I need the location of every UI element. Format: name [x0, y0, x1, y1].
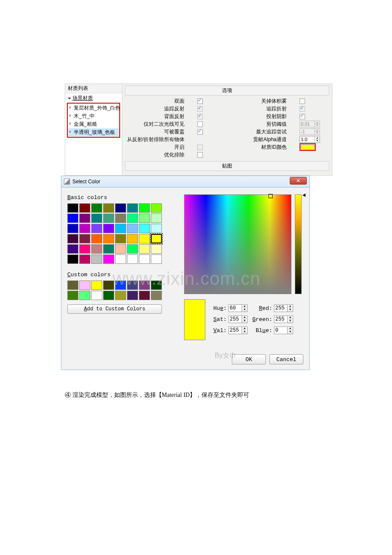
- basic-color-swatch[interactable]: [67, 234, 78, 243]
- basic-color-swatch[interactable]: [67, 244, 78, 254]
- basic-color-swatch[interactable]: [115, 234, 126, 243]
- titlebar[interactable]: Select Color ✕: [61, 176, 310, 188]
- basic-color-swatch[interactable]: [91, 224, 102, 233]
- cancel-button[interactable]: Cancel: [269, 354, 303, 364]
- basic-color-swatch[interactable]: [127, 234, 138, 243]
- basic-color-swatch[interactable]: [151, 254, 162, 264]
- custom-color-swatch[interactable]: [127, 280, 138, 290]
- custom-color-swatch[interactable]: [115, 280, 126, 290]
- basic-color-swatch[interactable]: [91, 203, 102, 213]
- basic-color-swatch[interactable]: [151, 203, 162, 213]
- basic-color-swatch[interactable]: [151, 224, 162, 233]
- custom-color-swatch[interactable]: [67, 280, 78, 290]
- basic-color-swatch[interactable]: [103, 254, 114, 264]
- basic-color-swatch[interactable]: [103, 214, 114, 223]
- basic-color-swatch[interactable]: [79, 254, 90, 264]
- checkbox[interactable]: [197, 121, 203, 127]
- tree-item[interactable]: 复层材质_外饰_白色: [68, 104, 119, 112]
- sat-stepper[interactable]: ▲▼: [242, 315, 248, 323]
- basic-color-swatch[interactable]: [139, 224, 150, 233]
- custom-color-swatch[interactable]: [139, 291, 150, 300]
- basic-color-swatch[interactable]: [127, 214, 138, 223]
- basic-color-swatch[interactable]: [67, 214, 78, 223]
- blue-input[interactable]: [274, 327, 288, 334]
- basic-color-swatch[interactable]: [67, 254, 78, 264]
- hue-stepper[interactable]: ▲▼: [242, 304, 248, 312]
- checkbox[interactable]: [197, 129, 203, 135]
- val-stepper[interactable]: ▲▼: [242, 327, 248, 334]
- basic-color-swatch[interactable]: [103, 234, 114, 243]
- custom-color-swatch[interactable]: [151, 280, 162, 290]
- checkbox[interactable]: [300, 98, 305, 104]
- basic-color-swatch[interactable]: [151, 214, 162, 223]
- basic-color-swatch[interactable]: [79, 214, 90, 223]
- tree-item[interactable]: 金属_粗糙: [68, 120, 119, 128]
- custom-color-swatch[interactable]: [151, 291, 162, 300]
- custom-color-swatch[interactable]: [91, 291, 102, 300]
- basic-color-swatch[interactable]: [151, 244, 162, 254]
- val-input[interactable]: [228, 327, 242, 334]
- custom-color-swatch[interactable]: [67, 291, 78, 300]
- sat-input[interactable]: [228, 315, 242, 323]
- tree-item[interactable]: 半透明_玻璃_色板: [68, 128, 119, 136]
- basic-color-swatch[interactable]: [115, 254, 126, 264]
- hue-pointer-icon[interactable]: [303, 194, 306, 197]
- basic-color-swatch[interactable]: [115, 224, 126, 233]
- spinbox[interactable]: 1.0▲▼: [300, 136, 320, 143]
- basic-color-swatch[interactable]: [103, 203, 114, 213]
- custom-color-swatch[interactable]: [79, 291, 90, 300]
- checkbox[interactable]: [197, 152, 203, 158]
- basic-color-swatch[interactable]: [139, 203, 150, 213]
- custom-color-swatch[interactable]: [91, 280, 102, 290]
- tree-item[interactable]: 木_竹_中: [68, 112, 119, 120]
- basic-color-swatch[interactable]: [151, 234, 162, 243]
- custom-color-swatch[interactable]: [139, 280, 150, 290]
- checkbox[interactable]: [197, 98, 203, 104]
- basic-color-swatch[interactable]: [67, 224, 78, 233]
- basic-color-swatch[interactable]: [67, 203, 78, 213]
- basic-color-swatch[interactable]: [127, 254, 138, 264]
- options-header[interactable]: 选项: [125, 86, 329, 95]
- red-input[interactable]: [274, 304, 288, 312]
- hue-input[interactable]: [228, 304, 242, 312]
- basic-color-swatch[interactable]: [127, 203, 138, 213]
- basic-color-swatch[interactable]: [115, 244, 126, 254]
- hue-strip[interactable]: [295, 194, 302, 294]
- ok-button[interactable]: OK: [232, 354, 266, 364]
- blue-stepper[interactable]: ▲▼: [288, 327, 293, 334]
- basic-color-swatch[interactable]: [127, 244, 138, 254]
- basic-color-swatch[interactable]: [91, 254, 102, 264]
- basic-color-swatch[interactable]: [79, 203, 90, 213]
- tree-root[interactable]: 场景材质: [67, 94, 120, 102]
- basic-color-swatch[interactable]: [103, 244, 114, 254]
- basic-color-swatch[interactable]: [139, 214, 150, 223]
- checkbox[interactable]: [300, 114, 305, 119]
- basic-color-swatch[interactable]: [91, 214, 102, 223]
- basic-color-swatch[interactable]: [115, 203, 126, 213]
- close-icon[interactable]: ✕: [290, 177, 307, 185]
- custom-color-swatch[interactable]: [103, 291, 114, 300]
- custom-color-swatch[interactable]: [115, 291, 126, 300]
- basic-color-swatch[interactable]: [103, 224, 114, 233]
- material-id-color-swatch[interactable]: [301, 145, 314, 150]
- basic-color-swatch[interactable]: [91, 234, 102, 243]
- basic-color-swatch[interactable]: [79, 234, 90, 243]
- basic-color-swatch[interactable]: [127, 224, 138, 233]
- green-stepper[interactable]: ▲▼: [288, 315, 293, 323]
- red-stepper[interactable]: ▲▼: [288, 304, 293, 312]
- basic-color-swatch[interactable]: [91, 244, 102, 254]
- basic-color-swatch[interactable]: [79, 244, 90, 254]
- texture-header[interactable]: 贴图: [125, 161, 329, 171]
- sv-cursor[interactable]: [268, 194, 273, 198]
- add-to-custom-colors-button[interactable]: Add to Custom Colors: [67, 304, 162, 314]
- basic-color-swatch[interactable]: [139, 254, 150, 264]
- custom-color-swatch[interactable]: [79, 280, 90, 290]
- sv-field[interactable]: [184, 194, 291, 294]
- basic-color-swatch[interactable]: [139, 234, 150, 243]
- basic-color-swatch[interactable]: [139, 244, 150, 254]
- basic-color-swatch[interactable]: [79, 224, 90, 233]
- custom-color-swatch[interactable]: [127, 291, 138, 300]
- basic-color-swatch[interactable]: [115, 214, 126, 223]
- custom-color-swatch[interactable]: [103, 280, 114, 290]
- green-input[interactable]: [274, 315, 288, 323]
